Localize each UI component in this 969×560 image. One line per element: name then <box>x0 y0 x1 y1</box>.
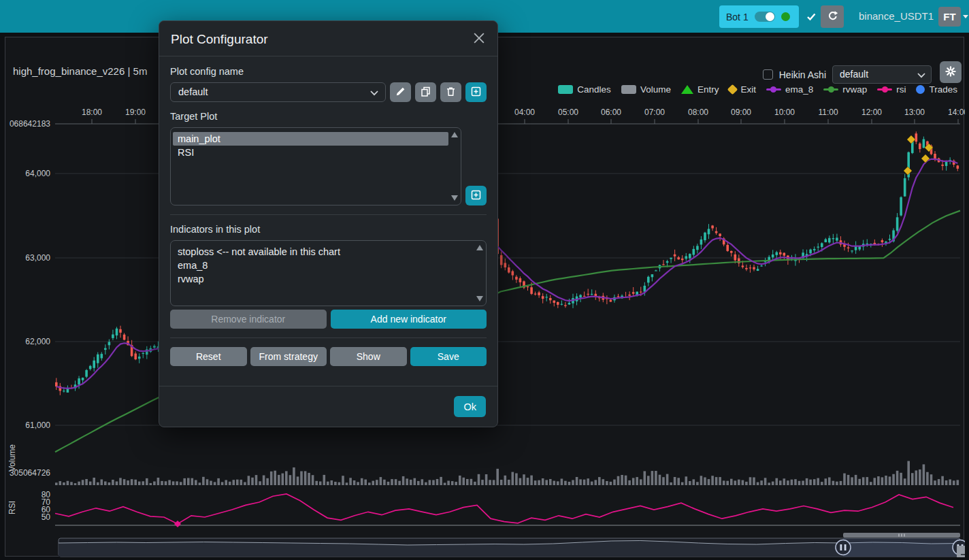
config-name-select[interactable]: default <box>170 82 386 102</box>
legend-label: ema_8 <box>785 84 813 95</box>
add-new-indicator-button[interactable]: Add new indicator <box>331 310 487 329</box>
legend: CandlesVolumeEntryExitema_8rvwaprsiTrade… <box>558 84 957 95</box>
config-name-row: default <box>170 82 487 102</box>
legend-label: Entry <box>697 84 719 95</box>
show-button[interactable]: Show <box>330 347 407 366</box>
modal-footer: Ok <box>159 386 497 427</box>
list-item[interactable]: ema_8 <box>173 259 474 272</box>
chart-config-row: Heikin Ashi default <box>763 65 932 84</box>
legend-label: rvwap <box>842 84 867 95</box>
x-axis-label: 08:00 <box>688 108 708 117</box>
x-axis-label: 07:00 <box>644 108 665 117</box>
chevron-down-icon <box>917 73 925 78</box>
resize-corner[interactable] <box>957 546 965 557</box>
volume-pane-label: Volume <box>7 444 17 472</box>
bot-selector-chip[interactable]: Bot 1 <box>719 5 799 28</box>
legend-item-rvwap[interactable]: rvwap <box>823 84 867 95</box>
config-actions-row: Reset From strategy Show Save <box>170 347 487 366</box>
list-item[interactable]: RSI <box>173 146 448 159</box>
navigator-selection[interactable] <box>843 538 960 557</box>
pencil-icon <box>395 86 406 99</box>
plot-config-select-value: default <box>840 69 868 80</box>
legend-item-rsi[interactable]: rsi <box>877 84 906 95</box>
ema_8-legend-marker <box>766 88 781 90</box>
list-item[interactable]: stoploss <-- not available in this chart <box>173 245 474 259</box>
rsi-marker-icon <box>174 521 181 527</box>
list-item[interactable]: main_plot <box>173 132 448 146</box>
rename-config-button[interactable] <box>390 82 411 102</box>
y-axis-label: 63,000 <box>25 253 50 263</box>
x-axis-label: 04:00 <box>514 108 535 117</box>
list-item[interactable]: rvwap <box>173 272 474 286</box>
x-axis-label: 10:00 <box>774 108 795 117</box>
legend-item-volume[interactable]: Volume <box>621 84 671 95</box>
save-button[interactable]: Save <box>410 347 487 366</box>
y-axis-label: 068642183 <box>10 119 50 129</box>
plot-settings-button[interactable] <box>940 61 962 83</box>
legend-label: rsi <box>896 84 906 95</box>
remove-indicator-button[interactable]: Remove indicator <box>170 310 327 329</box>
check-icon <box>807 12 816 24</box>
scroll-up-icon[interactable] <box>476 245 483 250</box>
target-plot-listbox[interactable]: main_plotRSI <box>170 127 461 205</box>
plus-square-icon <box>471 190 481 202</box>
modal-body: Plot config name default Target Plot <box>159 56 497 386</box>
scroll-down-icon[interactable] <box>476 296 483 301</box>
gear-icon <box>945 66 956 79</box>
add-config-button[interactable] <box>465 82 487 102</box>
refresh-button[interactable] <box>821 5 844 28</box>
legend-label: Candles <box>577 84 611 95</box>
legend-item-ema_8[interactable]: ema_8 <box>766 84 813 95</box>
close-button[interactable] <box>472 31 486 47</box>
target-plot-row: main_plotRSI <box>170 127 487 205</box>
exit-marker-icon[interactable] <box>921 154 930 163</box>
indicators-listbox[interactable]: stoploss <-- not available in this chart… <box>170 240 487 306</box>
y-axis-label: 62,000 <box>25 337 50 346</box>
bot-online-toggle[interactable] <box>755 12 775 22</box>
exit-marker-icon[interactable] <box>907 135 915 144</box>
divider <box>170 214 487 215</box>
heikin-ashi-checkbox[interactable] <box>763 69 773 80</box>
copy-icon <box>421 86 431 99</box>
from-strategy-button[interactable]: From strategy <box>250 347 327 366</box>
legend-item-exit[interactable]: Exit <box>729 84 756 95</box>
legend-label: Exit <box>740 84 756 95</box>
add-plot-button[interactable] <box>465 186 487 205</box>
config-name-label: Plot config name <box>170 66 487 77</box>
trash-icon <box>446 86 456 99</box>
user-avatar[interactable]: FT <box>938 7 961 27</box>
chevron-down-icon[interactable] <box>963 15 968 18</box>
exit-legend-marker <box>727 84 738 95</box>
trades-legend-marker <box>916 85 925 94</box>
legend-item-entry[interactable]: Entry <box>681 84 719 95</box>
delete-config-button[interactable] <box>440 82 461 102</box>
duplicate-config-button[interactable] <box>415 82 436 102</box>
candles-legend-marker <box>558 85 573 94</box>
heikin-ashi-label: Heikin Ashi <box>779 69 826 80</box>
entry-legend-marker <box>681 85 693 94</box>
account-name[interactable]: binance_USDT1 <box>859 0 934 33</box>
x-axis-label: 18:00 <box>82 108 102 117</box>
plot-config-select[interactable]: default <box>832 65 932 84</box>
legend-item-trades[interactable]: Trades <box>916 84 957 95</box>
close-icon <box>474 35 484 46</box>
scroll-down-icon[interactable] <box>451 195 458 201</box>
rsi-pane-label: RSI <box>7 501 17 514</box>
refresh-icon <box>827 10 838 23</box>
bot-status-dot <box>781 12 790 21</box>
indicators-label: Indicators in this plot <box>170 224 487 235</box>
volume-series <box>55 461 959 486</box>
volume-legend-marker <box>621 85 636 94</box>
modal-title: Plot Configurator <box>171 32 268 47</box>
x-axis-label: 05:00 <box>558 108 578 117</box>
navigator-handle[interactable] <box>836 540 851 555</box>
modal-header: Plot Configurator <box>159 21 497 56</box>
x-axis-label: 19:00 <box>125 108 146 117</box>
y-axis-label: 61,000 <box>25 421 50 430</box>
ok-button[interactable]: Ok <box>454 396 486 417</box>
legend-item-candles[interactable]: Candles <box>558 84 611 95</box>
scroll-up-icon[interactable] <box>451 132 458 137</box>
reset-button[interactable]: Reset <box>170 347 247 366</box>
indicator-actions-row: Remove indicator Add new indicator <box>170 310 487 329</box>
x-axis-label: 13:00 <box>904 108 925 117</box>
